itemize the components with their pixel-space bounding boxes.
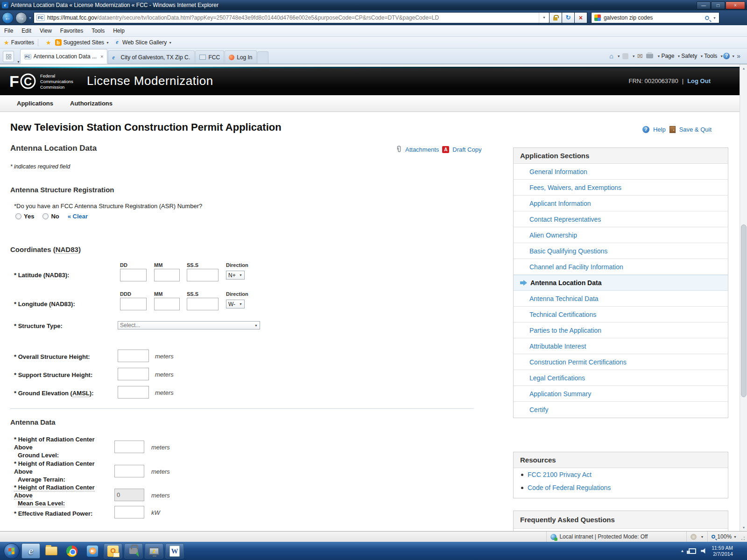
web-slice-button[interactable]: Web Slice Gallery — [122, 39, 167, 46]
nav-applications[interactable]: Applications — [17, 100, 53, 107]
longitude-ss-input[interactable] — [187, 298, 218, 310]
network-icon[interactable] — [689, 548, 696, 554]
attachments-link[interactable]: Attachments — [405, 146, 439, 153]
hrc-ground-input[interactable] — [114, 441, 144, 453]
add-favorite-icon[interactable] — [46, 39, 51, 46]
zoom-dropdown-icon[interactable] — [733, 535, 737, 539]
feeds-icon[interactable] — [622, 53, 628, 59]
tab-close-icon[interactable] — [100, 54, 103, 59]
tab-antenna-location-data[interactable]: FC Antenna Location Data ... — [20, 49, 108, 63]
search-icon[interactable] — [705, 16, 709, 20]
menu-file[interactable]: File — [0, 26, 17, 35]
vertical-scrollbar[interactable] — [740, 64, 747, 531]
sidebar-item-legal-certifications[interactable]: Legal Certifications — [514, 370, 728, 386]
favorites-button[interactable]: Favorites — [11, 39, 34, 46]
clear-link[interactable]: « Clear — [68, 213, 88, 220]
help-icon[interactable] — [642, 126, 649, 133]
search-dropdown-icon[interactable] — [713, 16, 716, 20]
sidebar-item-general-information[interactable]: General Information — [514, 164, 728, 180]
structure-type-select[interactable]: Select... — [118, 321, 260, 329]
overflow-chevron-icon[interactable] — [737, 52, 740, 60]
menu-tools[interactable]: Tools — [87, 26, 109, 35]
tab-fcc[interactable]: FCC — [195, 50, 224, 63]
scroll-down-icon[interactable] — [740, 524, 747, 531]
longitude-mm-input[interactable] — [154, 298, 180, 310]
taskbar-internet-explorer[interactable] — [21, 543, 40, 559]
resource-link-privacy-act[interactable]: FCC 2100 Privacy Act — [514, 468, 728, 481]
latitude-direction-select[interactable]: N+ — [226, 271, 245, 280]
sidebar-item-contact-representatives[interactable]: Contact Representatives — [514, 211, 728, 227]
stop-button[interactable] — [575, 12, 587, 23]
recent-pages-dropdown-icon[interactable] — [28, 16, 32, 20]
latitude-dd-input[interactable] — [120, 269, 147, 281]
search-box[interactable] — [591, 12, 719, 23]
longitude-direction-select[interactable]: W- — [226, 300, 245, 308]
safety-dropdown-icon[interactable] — [700, 55, 703, 58]
taskbar-media-player[interactable] — [83, 543, 102, 559]
sidebar-item-antenna-technical-data[interactable]: Antenna Technical Data — [514, 291, 728, 307]
taskbar-sync-lock[interactable] — [124, 543, 143, 559]
tab-list-dropdown-icon[interactable] — [17, 60, 20, 63]
back-button[interactable] — [2, 12, 14, 24]
resize-grip[interactable] — [740, 532, 747, 542]
sidebar-item-applicant-information[interactable]: Applicant Information — [514, 196, 728, 211]
draft-copy-link[interactable]: Draft Copy — [452, 146, 481, 153]
status-dropdown-icon[interactable] — [700, 535, 704, 539]
url-dropdown-icon[interactable] — [539, 13, 549, 23]
save-quit-link[interactable]: Save & Quit — [679, 126, 712, 133]
taskbar-terminal-emulator[interactable]: z — [145, 543, 163, 559]
print-dropdown-icon[interactable] — [657, 55, 660, 58]
minimize-button[interactable] — [697, 1, 711, 9]
longitude-ddd-input[interactable] — [120, 298, 147, 310]
sidebar-item-attributable-interest[interactable]: Attributable Interest — [514, 338, 728, 354]
sidebar-item-certify[interactable]: Certify — [514, 402, 728, 418]
sidebar-item-antenna-location-data[interactable]: Antenna Location Data — [514, 275, 728, 291]
tools-menu-button[interactable]: Tools — [704, 53, 717, 59]
url-bar[interactable]: FC https://lmuat.fcc.gov/dataentry/secur… — [34, 12, 550, 23]
zoom-pane[interactable]: 100% — [707, 532, 740, 542]
web-slice-dropdown-icon[interactable] — [169, 41, 172, 44]
favorites-star-icon[interactable] — [4, 39, 9, 46]
hidden-icons-button[interactable] — [680, 549, 684, 553]
home-dropdown-icon[interactable] — [617, 55, 620, 58]
suggested-sites-dropdown-icon[interactable] — [106, 41, 109, 44]
help-icon[interactable] — [723, 53, 730, 59]
sidebar-item-alien-ownership[interactable]: Alien Ownership — [514, 227, 728, 243]
start-button[interactable] — [4, 543, 20, 559]
taskbar-outlook[interactable]: O — [104, 543, 122, 559]
forward-button[interactable] — [15, 12, 27, 24]
home-icon[interactable] — [609, 52, 613, 60]
latitude-ss-input[interactable] — [187, 269, 218, 281]
quick-tabs-icon[interactable] — [3, 51, 14, 62]
scrollbar-thumb[interactable] — [741, 224, 747, 397]
refresh-button[interactable] — [562, 12, 575, 23]
taskbar-windows-explorer[interactable] — [42, 543, 61, 559]
tools-dropdown-icon[interactable] — [720, 55, 723, 58]
help-link[interactable]: Help — [653, 126, 666, 133]
resource-link-cfr[interactable]: Code of Federal Regulations — [514, 481, 728, 494]
suggested-sites-button[interactable]: Suggested Sites — [63, 39, 104, 46]
menu-edit[interactable]: Edit — [17, 26, 35, 35]
sidebar-item-application-summary[interactable]: Application Summary — [514, 386, 728, 402]
taskbar-word[interactable]: W — [165, 543, 184, 559]
page-menu-button[interactable]: Page — [661, 53, 674, 59]
help-dropdown-icon[interactable] — [732, 55, 735, 58]
protected-mode-pane[interactable] — [686, 532, 707, 542]
close-button[interactable] — [726, 1, 745, 9]
no-radio[interactable] — [42, 213, 49, 219]
nad83-term[interactable]: NAD83 — [56, 245, 78, 254]
menu-view[interactable]: View — [35, 26, 56, 35]
menu-help[interactable]: Help — [109, 26, 129, 35]
scroll-up-icon[interactable] — [740, 64, 747, 72]
amsl-term[interactable]: AMSL — [72, 390, 90, 397]
page-dropdown-icon[interactable] — [677, 55, 680, 58]
url-text[interactable]: https://lmuat.fcc.gov/dataentry/secure/t… — [47, 14, 439, 21]
latitude-mm-input[interactable] — [154, 269, 180, 281]
sidebar-item-parties-to-application[interactable]: Parties to the Application — [514, 322, 728, 338]
logout-link[interactable]: Log Out — [687, 77, 711, 84]
sidebar-item-construction-permit-certifications[interactable]: Construction Permit Certifications — [514, 354, 728, 370]
feeds-dropdown-icon[interactable] — [632, 55, 635, 58]
safety-menu-button[interactable]: Safety — [681, 53, 697, 59]
erp-input[interactable] — [114, 506, 144, 518]
yes-radio[interactable] — [15, 213, 21, 219]
